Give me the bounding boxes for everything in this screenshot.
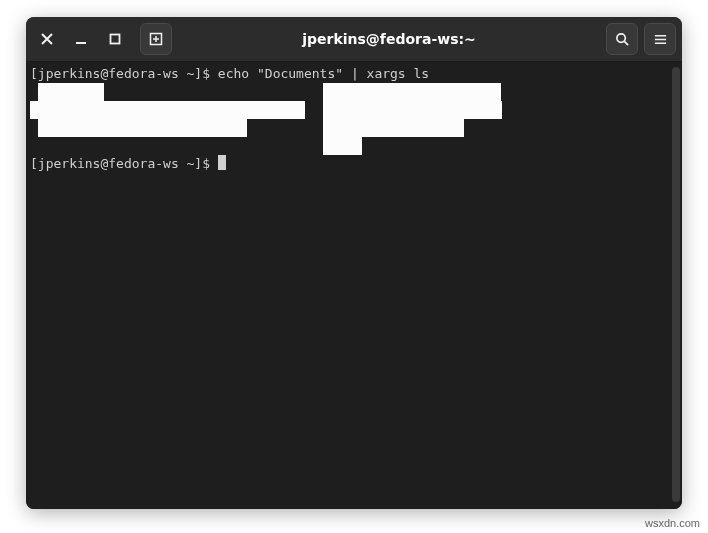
minimize-button[interactable] (66, 24, 96, 54)
redacted-output (323, 83, 501, 101)
hamburger-menu-icon (653, 32, 668, 47)
redacted-output (323, 137, 362, 155)
output-row (30, 119, 678, 137)
titlebar-right-controls (606, 23, 676, 55)
titlebar-left-controls (32, 23, 172, 55)
scrollbar[interactable] (672, 67, 680, 502)
maximize-button[interactable] (100, 24, 130, 54)
output-row (30, 137, 678, 155)
terminal-window: jperkins@fedora-ws:~ [jperkins@fedora-ws… (26, 17, 682, 509)
titlebar: jperkins@fedora-ws:~ (26, 17, 682, 62)
prompt: [jperkins@fedora-ws ~]$ (30, 156, 218, 171)
redacted-output (323, 101, 502, 119)
close-button[interactable] (32, 24, 62, 54)
output-row (30, 83, 678, 101)
svg-rect-0 (111, 35, 120, 44)
redacted-output (38, 119, 247, 137)
search-icon (615, 32, 630, 47)
new-tab-icon (148, 31, 164, 47)
window-title: jperkins@fedora-ws:~ (172, 31, 606, 47)
prompt: [jperkins@fedora-ws ~]$ (30, 66, 218, 81)
cursor (218, 155, 226, 170)
redacted-output (38, 83, 104, 101)
svg-point-2 (616, 33, 624, 41)
search-button[interactable] (606, 23, 638, 55)
menu-button[interactable] (644, 23, 676, 55)
watermark: wsxdn.com (645, 517, 700, 529)
maximize-icon (109, 33, 121, 45)
redacted-output (323, 119, 464, 137)
close-icon (41, 33, 53, 45)
command-text: echo "Documents" | xargs ls (218, 66, 429, 81)
terminal-line: [jperkins@fedora-ws ~]$ (30, 155, 678, 173)
minimize-icon (75, 33, 87, 45)
terminal-body[interactable]: [jperkins@fedora-ws ~]$ echo "Documents"… (26, 62, 682, 509)
output-row (30, 101, 678, 119)
redacted-output (30, 101, 305, 119)
terminal-line: [jperkins@fedora-ws ~]$ echo "Documents"… (30, 65, 678, 83)
new-tab-button[interactable] (140, 23, 172, 55)
